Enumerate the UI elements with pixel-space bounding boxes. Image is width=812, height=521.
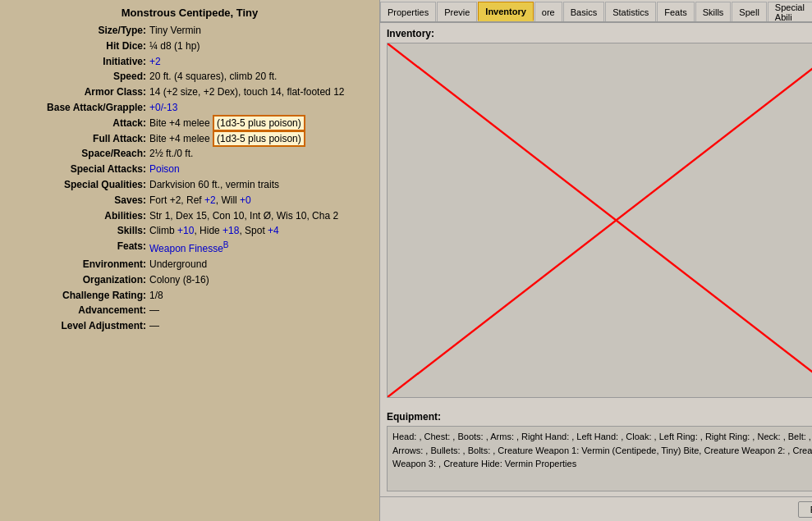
left-panel: Monstrous Centipede, Tiny Size/Type:Tiny… (0, 0, 379, 521)
orange-box: (1d3-5 plus poison) (213, 115, 305, 131)
blue-value: +4 (268, 225, 279, 236)
stat-row: Saves:Fort +2, Ref +2, Will +0 (10, 194, 369, 208)
stat-label: Special Qualities: (10, 178, 149, 192)
orange-box: (1d3-5 plus poison) (213, 130, 305, 147)
stat-label: Full Attack: (10, 132, 149, 146)
stat-value: 14 (+2 size, +2 Dex), touch 14, flat-foo… (149, 85, 369, 99)
blue-value: +18 (222, 225, 239, 236)
stat-row: Skills:Climb +10, Hide +18, Spot +4 (10, 224, 369, 238)
svg-line-0 (388, 43, 812, 397)
stat-row: Size/Type:Tiny Vermin (10, 24, 369, 38)
stat-row: Armor Class:14 (+2 size, +2 Dex), touch … (10, 85, 369, 99)
stat-value: +2 (149, 55, 369, 69)
blue-value: +0 (240, 194, 251, 206)
stat-label: Initiative: (10, 55, 149, 69)
inventory-label: Inventory: (387, 28, 812, 39)
stat-row: Initiative:+2 (10, 55, 369, 69)
tab-bar: PropertiesPrevieInventoryoreBasicsStatis… (380, 0, 812, 23)
inventory-section: Inventory: (380, 23, 812, 408)
equipment-box: Head: , Chest: , Boots: , Arms: , Right … (387, 426, 812, 491)
stat-value: Colony (8-16) (149, 273, 369, 287)
creature-title: Monstrous Centipede, Tiny (10, 7, 369, 19)
stat-label: Organization: (10, 273, 149, 287)
stat-label: Skills: (10, 224, 149, 238)
stat-row: Level Adjustment:— (10, 319, 369, 333)
stat-row: Advancement:— (10, 304, 369, 318)
diagonal-lines-svg (388, 43, 812, 397)
stat-row: Feats:Weapon FinesseB (10, 240, 369, 256)
stat-value: Climb +10, Hide +18, Spot +4 (149, 224, 369, 238)
stat-value: 2½ ft./0 ft. (149, 147, 369, 161)
inventory-box (387, 43, 812, 398)
stat-row: Speed:20 ft. (4 squares), climb 20 ft. (10, 70, 369, 84)
stat-value: — (149, 304, 369, 318)
equipment-label: Equipment: (387, 411, 812, 423)
tab-feats[interactable]: Feats (657, 2, 695, 21)
stat-row: Challenge Rating:1/8 (10, 289, 369, 303)
tab-special-abili[interactable]: Special Abili (768, 2, 812, 21)
stat-row: Hit Dice:¼ d8 (1 hp) (10, 39, 369, 53)
blue-link[interactable]: Weapon FinesseB (149, 243, 229, 254)
stat-label: Special Attacks: (10, 162, 149, 176)
tab-basics[interactable]: Basics (563, 2, 604, 21)
stat-label: Hit Dice: (10, 39, 149, 53)
stat-label: Size/Type: (10, 24, 149, 38)
stat-value: Poison (149, 162, 369, 176)
stat-row: Environment:Underground (10, 258, 369, 272)
stat-value: Underground (149, 258, 369, 272)
stat-row: Abilities:Str 1, Dex 15, Con 10, Int Ø, … (10, 209, 369, 223)
stats-container: Size/Type:Tiny VerminHit Dice:¼ d8 (1 hp… (10, 24, 369, 333)
stat-value: Darkvision 60 ft., vermin traits (149, 178, 369, 192)
equipment-text: Head: , Chest: , Boots: , Arms: , Right … (392, 432, 812, 468)
tab-inventory[interactable]: Inventory (478, 2, 534, 21)
stat-label: Abilities: (10, 209, 149, 223)
stat-value: Weapon FinesseB (149, 240, 369, 256)
stat-label: Environment: (10, 258, 149, 272)
stat-value: Str 1, Dex 15, Con 10, Int Ø, Wis 10, Ch… (149, 209, 369, 223)
tab-previe[interactable]: Previe (437, 2, 477, 21)
stat-value: ¼ d8 (1 hp) (149, 39, 369, 53)
bottom-bar: Edit... (380, 496, 812, 521)
stat-label: Level Adjustment: (10, 319, 149, 333)
stat-row: Full Attack:Bite +4 melee (1d3-5 plus po… (10, 132, 369, 146)
stat-value: — (149, 319, 369, 333)
stat-label: Speed: (10, 70, 149, 84)
stat-value: Fort +2, Ref +2, Will +0 (149, 194, 369, 208)
stat-label: Space/Reach: (10, 147, 149, 161)
tab-properties[interactable]: Properties (380, 2, 436, 21)
stat-label: Saves: (10, 194, 149, 208)
stat-value: Tiny Vermin (149, 24, 369, 38)
blue-value: +10 (177, 225, 194, 236)
tab-skills[interactable]: Skills (695, 2, 732, 21)
stat-label: Base Attack/Grapple: (10, 101, 149, 115)
right-panel: PropertiesPrevieInventoryoreBasicsStatis… (379, 0, 812, 521)
stat-value: 20 ft. (4 squares), climb 20 ft. (149, 70, 369, 84)
stat-label: Attack: (10, 117, 149, 130)
stat-row: Space/Reach:2½ ft./0 ft. (10, 147, 369, 161)
stat-label: Challenge Rating: (10, 289, 149, 303)
svg-line-1 (388, 43, 812, 397)
stat-row: Base Attack/Grapple:+0/-13 (10, 101, 369, 115)
stat-label: Feats: (10, 240, 149, 256)
stat-row: Attack:Bite +4 melee (1d3-5 plus poison) (10, 117, 369, 130)
stat-label: Advancement: (10, 304, 149, 318)
stat-label: Armor Class: (10, 85, 149, 99)
tab-spell[interactable]: Spell (732, 2, 766, 21)
stat-value: Bite +4 melee (1d3-5 plus poison) (149, 117, 369, 130)
tab-ore[interactable]: ore (534, 2, 562, 21)
equipment-section: Equipment: Head: , Chest: , Boots: , Arm… (380, 408, 812, 496)
stat-row: Organization:Colony (8-16) (10, 273, 369, 287)
stat-value: Bite +4 melee (1d3-5 plus poison) (149, 132, 369, 146)
stat-value: 1/8 (149, 289, 369, 303)
tab-statistics[interactable]: Statistics (605, 2, 656, 21)
stat-row: Special Attacks:Poison (10, 162, 369, 176)
tabs-container: PropertiesPrevieInventoryoreBasicsStatis… (380, 2, 812, 21)
blue-value: +2 (204, 194, 216, 206)
stat-row: Special Qualities:Darkvision 60 ft., ver… (10, 178, 369, 192)
stat-value: +0/-13 (149, 101, 369, 115)
edit-button[interactable]: Edit... (798, 501, 812, 518)
